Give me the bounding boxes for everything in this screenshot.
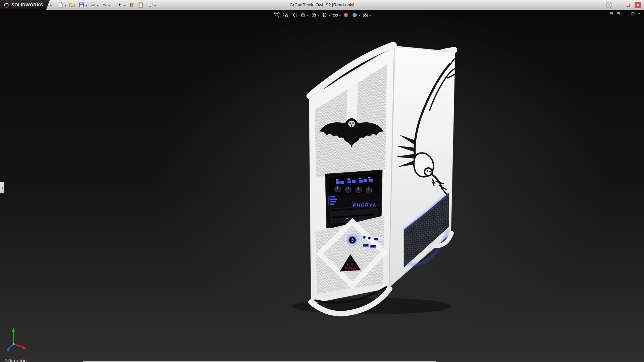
- main-toolbar: ▾ ▾ ▾ ▾: [56, 1, 156, 9]
- show-right-pane-icon[interactable]: ⊟: [616, 11, 620, 16]
- view-settings-button[interactable]: [361, 11, 370, 19]
- open-folder-icon: [69, 2, 75, 8]
- view-orientation-label: *Dimetric: [5, 358, 27, 362]
- new-document-button[interactable]: [56, 1, 65, 9]
- new-document-icon: [58, 2, 63, 8]
- clipboard-button[interactable]: [136, 1, 145, 9]
- clipboard-icon: [138, 2, 144, 8]
- print-button[interactable]: [88, 1, 97, 9]
- section-view-button[interactable]: [299, 11, 307, 19]
- undo-icon: [101, 2, 107, 8]
- doc-restore-button[interactable]: ◻: [631, 11, 635, 16]
- previous-view-icon: [291, 12, 297, 18]
- audio-jack[interactable]: [363, 236, 365, 238]
- doc-close-button[interactable]: ×: [638, 11, 641, 16]
- featuremanager-collapsed-tab[interactable]: ◂: [0, 182, 4, 193]
- selection-filter-icon: [128, 2, 134, 8]
- dropdown-arrow-icon[interactable]: ▾: [154, 4, 156, 7]
- view-orientation-icon: [311, 12, 317, 18]
- brand-text: SOLIDWORKS: [11, 2, 43, 7]
- titlebar: SOLIDWORKS ▸ ▾ ▾: [0, 0, 644, 10]
- audio-jack[interactable]: [368, 237, 370, 239]
- badge-brand-text: PHOBYA: [344, 267, 356, 270]
- dassault-swirl-icon: [3, 2, 9, 8]
- minimize-button[interactable]: —: [615, 2, 622, 8]
- options-display-icon: [147, 2, 153, 8]
- dropdown-arrow-icon[interactable]: ▾: [124, 4, 125, 7]
- toolbar-separator: [113, 2, 113, 8]
- undo-button[interactable]: [100, 1, 108, 9]
- dropdown-arrow-icon[interactable]: ▾: [370, 14, 371, 17]
- hide-show-items-button[interactable]: [331, 11, 339, 19]
- dropdown-arrow-icon[interactable]: ▾: [307, 14, 308, 17]
- power-button[interactable]: [349, 236, 356, 244]
- drive-led: [346, 218, 348, 219]
- open-document-button[interactable]: [67, 1, 76, 9]
- dropdown-arrow-icon[interactable]: ▾: [359, 14, 360, 17]
- reset-button[interactable]: [349, 247, 353, 251]
- save-icon: [78, 2, 84, 8]
- select-cursor-button[interactable]: [115, 1, 124, 9]
- document-window-controls: ⊞ ⊟ — ◻ ×: [609, 11, 641, 16]
- previous-view-button[interactable]: [290, 11, 298, 19]
- zoom-to-area-icon: [282, 12, 288, 18]
- view-orientation-button[interactable]: [309, 11, 318, 19]
- save-button[interactable]: [77, 1, 86, 9]
- controller-lcd: [329, 174, 380, 195]
- help-button[interactable]: ?: [606, 2, 612, 8]
- dropdown-arrow-icon[interactable]: ▾: [318, 14, 319, 17]
- zoom-to-fit-icon: [274, 12, 280, 18]
- options-button[interactable]: [146, 1, 154, 9]
- headsup-view-toolbar: ▾ ▾ ▾ ▾ ▾: [272, 11, 371, 19]
- apply-scene-button[interactable]: [351, 11, 359, 19]
- titlebar-right-controls: ? — ◻ ×: [606, 2, 644, 8]
- menu-expand-arrow[interactable]: ▸: [51, 3, 52, 7]
- zoom-to-fit-button[interactable]: [272, 11, 281, 19]
- dropdown-arrow-icon[interactable]: ▾: [328, 14, 330, 17]
- scene-globe-icon: [352, 12, 358, 18]
- eye-glasses-icon: [332, 12, 338, 18]
- select-cursor-icon: [117, 2, 123, 8]
- dropdown-arrow-icon[interactable]: ▾: [108, 4, 110, 7]
- window-title: GrCadBlack_Owl_S2 [Read-only]: [290, 2, 355, 7]
- display-style-button[interactable]: [320, 11, 328, 19]
- dropdown-arrow-icon[interactable]: ▾: [86, 4, 87, 7]
- section-view-icon: [300, 12, 306, 18]
- selection-filter-button[interactable]: [127, 1, 136, 9]
- print-icon: [90, 2, 96, 8]
- close-button[interactable]: ×: [635, 2, 641, 8]
- dropdown-arrow-icon[interactable]: ▾: [97, 4, 98, 7]
- zoom-to-area-button[interactable]: [281, 11, 289, 19]
- edit-appearance-button[interactable]: [342, 11, 350, 19]
- display-style-icon: [321, 12, 327, 18]
- usb-port[interactable]: [370, 245, 376, 247]
- maximize-button[interactable]: ◻: [625, 2, 632, 8]
- show-left-pane-icon[interactable]: ⊞: [609, 11, 613, 16]
- camera-icon: [362, 12, 368, 18]
- solidworks-logo: SOLIDWORKS: [0, 0, 50, 10]
- usb-port[interactable]: [363, 244, 368, 246]
- dropdown-arrow-icon[interactable]: ▾: [65, 4, 66, 7]
- cad-model-scene[interactable]: PHOBYA: [0, 10, 644, 362]
- appearance-ball-icon: [343, 12, 349, 18]
- triad-origin: [13, 343, 14, 345]
- esata-port[interactable]: [374, 238, 378, 240]
- 3d-viewport[interactable]: PHOBYA: [0, 10, 644, 362]
- doc-minimize-button[interactable]: —: [624, 11, 628, 16]
- dropdown-arrow-icon[interactable]: ▾: [339, 14, 341, 17]
